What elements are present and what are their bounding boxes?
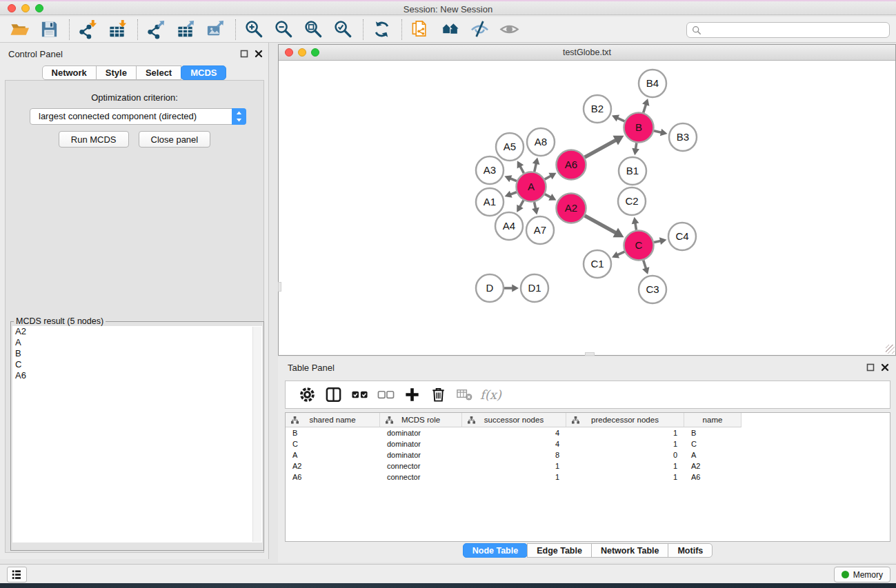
deselect-all-icon[interactable] (375, 385, 396, 405)
table-cell[interactable]: C (684, 438, 741, 449)
add-column-icon[interactable] (401, 385, 422, 405)
open-folder-icon[interactable] (8, 19, 31, 41)
zoom-selected-icon[interactable] (332, 19, 355, 41)
edge-C-C1[interactable] (612, 252, 625, 258)
edge-A-A4[interactable] (517, 201, 524, 212)
table-tab-network-table[interactable]: Network Table (591, 543, 669, 558)
edge-D-D1[interactable] (504, 285, 519, 292)
table-cell[interactable]: 1 (462, 460, 566, 472)
table-tab-node-table[interactable]: Node Table (463, 543, 528, 558)
table-tab-edge-table[interactable]: Edge Table (527, 543, 592, 558)
node-D1[interactable]: D1 (521, 274, 548, 302)
float-panel-icon[interactable] (240, 50, 248, 58)
column-header-shared-name[interactable]: shared name (286, 413, 380, 427)
tab-network[interactable]: Network (42, 65, 97, 80)
node-C1[interactable]: C1 (584, 250, 611, 278)
mcds-result-item[interactable]: A2 (12, 326, 262, 337)
split-handle-left[interactable] (278, 282, 281, 292)
zoom-out-icon[interactable] (272, 19, 295, 41)
close-panel-icon[interactable] (255, 50, 263, 58)
export-network-icon[interactable] (145, 19, 168, 41)
edge-A6-B[interactable] (585, 136, 624, 157)
table-cell[interactable]: B (684, 427, 741, 438)
node-A4[interactable]: A4 (495, 212, 523, 240)
window-titlebar[interactable]: Session: New Session (0, 0, 896, 15)
edge-A-A3[interactable] (504, 175, 517, 182)
hide-selected-icon[interactable] (468, 19, 491, 41)
column-header-MCDS-role[interactable]: MCDS role (380, 413, 462, 427)
table-cell[interactable]: A (684, 449, 741, 460)
table-cell[interactable]: dominator (380, 427, 462, 438)
mcds-result-list[interactable]: A2ABCA6 (12, 326, 262, 543)
zoom-fit-icon[interactable] (302, 19, 325, 41)
node-A8[interactable]: A8 (527, 128, 555, 156)
function-builder-icon[interactable]: f(x) (480, 387, 501, 402)
settings-gear-icon[interactable] (297, 385, 317, 405)
table-cell[interactable]: C (286, 438, 380, 449)
mcds-result-item[interactable]: C (12, 359, 262, 370)
network-canvas[interactable]: B4B2BB3A8A5A6B1A3AA1C2A2A4A7C4CC1C3DD1 (279, 61, 895, 354)
import-table-icon[interactable] (106, 19, 129, 41)
first-neighbors-icon[interactable] (439, 19, 461, 41)
table-cell[interactable]: 1 (566, 472, 684, 483)
task-history-button[interactable] (7, 567, 27, 582)
table-row-A2[interactable]: A2connector11A2 (286, 460, 890, 472)
table-cell[interactable]: 1 (566, 438, 684, 449)
close-panel-button[interactable]: Close panel (139, 131, 211, 148)
column-header-successor-nodes[interactable]: successor nodes (462, 413, 566, 427)
column-icon[interactable] (323, 385, 344, 405)
node-C4[interactable]: C4 (668, 223, 696, 250)
table-tab-motifs[interactable]: Motifs (668, 543, 713, 558)
select-all-icon[interactable] (349, 385, 370, 405)
table-cell[interactable]: 8 (462, 449, 566, 460)
node-A2[interactable]: A2 (557, 194, 586, 223)
network-close-button[interactable] (285, 48, 293, 57)
table-row-C[interactable]: Cdominator41C (286, 438, 890, 449)
table-cell[interactable]: B (286, 427, 380, 438)
network-window-titlebar[interactable]: testGlobe.txt (279, 45, 895, 61)
network-minimize-button[interactable] (298, 48, 306, 57)
edge-B-B1[interactable] (632, 143, 639, 155)
node-B4[interactable]: B4 (639, 70, 666, 97)
table-cell[interactable]: dominator (380, 438, 462, 449)
edge-A-A6[interactable] (545, 173, 557, 179)
run-mcds-button[interactable]: Run MCDS (59, 131, 129, 148)
table-cell[interactable]: 4 (462, 438, 566, 449)
edge-B-B4[interactable] (642, 99, 649, 113)
column-header-predecessor-nodes[interactable]: predecessor nodes (566, 413, 684, 427)
export-image-icon[interactable] (204, 19, 227, 41)
table-cell[interactable]: 4 (462, 427, 566, 438)
edge-A-A5[interactable] (517, 161, 524, 173)
node-B1[interactable]: B1 (619, 157, 646, 185)
table-cell[interactable]: A6 (684, 472, 741, 483)
edge-A-A7[interactable] (532, 202, 539, 214)
delete-column-icon[interactable] (428, 385, 448, 405)
criterion-dropdown[interactable]: largest connected component (directed) (30, 108, 246, 125)
search-box[interactable] (686, 22, 890, 38)
table-cell[interactable]: connector (380, 460, 462, 472)
export-table-icon[interactable] (175, 19, 197, 41)
resize-grip-icon[interactable] (886, 345, 895, 354)
split-handle-bottom[interactable] (585, 352, 595, 356)
edge-A-A1[interactable] (505, 191, 517, 198)
search-input[interactable] (704, 23, 889, 37)
edge-A-A8[interactable] (532, 157, 540, 172)
table-row-A6[interactable]: A6connector11A6 (286, 472, 890, 483)
tab-style[interactable]: Style (96, 65, 137, 80)
table-cell[interactable]: A6 (286, 472, 380, 483)
node-B2[interactable]: B2 (584, 95, 611, 123)
mcds-result-item[interactable]: A6 (12, 370, 262, 381)
mcds-result-item[interactable]: A (12, 337, 262, 348)
edge-C-C2[interactable] (632, 217, 639, 230)
table-cell[interactable]: 1 (566, 460, 684, 472)
node-A6[interactable]: A6 (557, 150, 586, 180)
zoom-in-icon[interactable] (243, 19, 266, 41)
table-cell[interactable]: 0 (566, 449, 684, 460)
node-A7[interactable]: A7 (526, 216, 554, 244)
import-network-icon[interactable] (77, 19, 99, 41)
node-D[interactable]: D (476, 274, 504, 302)
network-graph[interactable]: B4B2BB3A8A5A6B1A3AA1C2A2A4A7C4CC1C3DD1 (279, 61, 895, 354)
table-cell[interactable]: A2 (684, 460, 741, 472)
table-cell[interactable]: 1 (462, 472, 566, 483)
table-cell[interactable]: connector (380, 472, 462, 483)
